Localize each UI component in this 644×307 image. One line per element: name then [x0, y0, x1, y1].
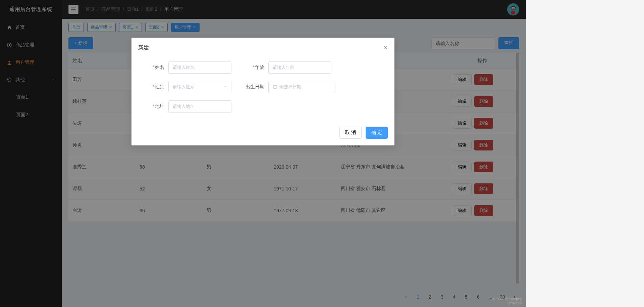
- app-root: 通用后台管理系统 首页 商品管理 用户管理: [0, 0, 526, 307]
- name-input[interactable]: 请输入姓名: [168, 61, 231, 74]
- addr-label: *地址: [142, 103, 168, 109]
- dialog-header: 新建 ✕: [131, 38, 394, 55]
- watermark: CSDN @Karshey znwx.cn: [493, 297, 522, 305]
- sex-label: *性别: [142, 84, 168, 90]
- form-item-birth: 出生日期 请选择日期: [241, 81, 335, 93]
- form-item-name: *姓名 请输入姓名: [142, 61, 231, 74]
- form-item-addr: *地址 请输入地址: [142, 100, 231, 113]
- confirm-button[interactable]: 确 定: [366, 127, 388, 139]
- birth-label: 出生日期: [241, 84, 268, 90]
- form-item-age: *年龄 请输入年龄: [241, 61, 331, 74]
- sex-select[interactable]: 请输入性别: [168, 81, 231, 93]
- dialog-new-user: 新建 ✕ *姓名 请输入姓名 *年龄 请输入年龄 *性别 请输入性别: [131, 38, 394, 145]
- age-input[interactable]: 请输入年龄: [268, 61, 331, 74]
- close-icon[interactable]: ✕: [383, 45, 388, 51]
- name-label: *姓名: [142, 64, 168, 71]
- form-item-sex: *性别 请输入性别: [142, 81, 231, 93]
- birth-date-picker[interactable]: 请选择日期: [268, 81, 335, 93]
- dialog-title: 新建: [138, 44, 149, 51]
- chevron-down-icon: [223, 85, 227, 90]
- svg-rect-11: [273, 85, 277, 88]
- dialog-body: *姓名 请输入姓名 *年龄 请输入年龄 *性别 请输入性别: [131, 55, 394, 123]
- cancel-button[interactable]: 取 消: [339, 127, 362, 139]
- dialog-footer: 取 消 确 定: [131, 123, 394, 145]
- addr-input[interactable]: 请输入地址: [168, 100, 231, 113]
- age-label: *年龄: [241, 64, 268, 71]
- calendar-icon: [273, 84, 277, 90]
